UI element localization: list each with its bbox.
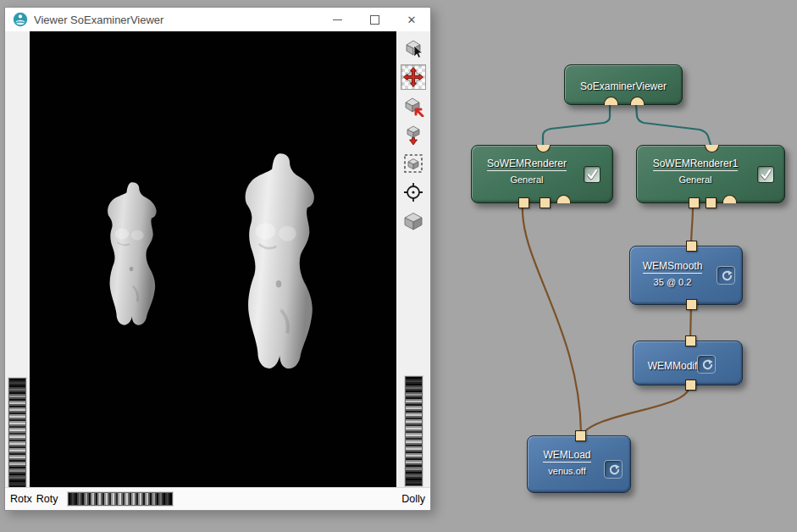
- connector-viewer-input-1[interactable]: [604, 97, 618, 105]
- connector-load-output[interactable]: [575, 430, 586, 441]
- node-wemload[interactable]: WEMLoad venus.off: [527, 435, 631, 493]
- node-soexaminerviewer[interactable]: SoExaminerViewer: [564, 64, 683, 105]
- node-title: WEMLoad: [543, 449, 590, 463]
- connector-smooth-input[interactable]: [686, 299, 697, 310]
- wire-renderer1-to-viewer[interactable]: [636, 104, 711, 147]
- connector-modify-input[interactable]: [685, 380, 696, 391]
- node-wemsmooth[interactable]: WEMSmooth 35 @ 0.2: [629, 246, 743, 305]
- connector-viewer-input-2[interactable]: [630, 97, 645, 105]
- node-enable-checkbox[interactable]: [757, 166, 774, 183]
- node-title: SoExaminerViewer: [580, 80, 667, 92]
- node-title: SoWEMRenderer1: [653, 158, 739, 171]
- node-reload-button[interactable]: [697, 355, 716, 374]
- connector-renderer1-wem-input-2[interactable]: [706, 197, 717, 208]
- reload-icon: [700, 358, 713, 371]
- connector-renderer-wem-input-2[interactable]: [540, 197, 551, 208]
- node-wemmodify[interactable]: WEMModify: [633, 341, 743, 385]
- node-subtitle: General: [640, 175, 750, 185]
- node-sowemrenderer1[interactable]: SoWEMRenderer1 General: [636, 145, 785, 203]
- node-subtitle: General: [475, 175, 578, 185]
- connector-renderer1-wem-input[interactable]: [689, 197, 700, 208]
- connector-renderer-scene-input[interactable]: [556, 195, 571, 203]
- node-title: WEMSmooth: [643, 260, 703, 274]
- node-subtitle: 35 @ 0.2: [632, 277, 713, 287]
- check-icon: [585, 168, 599, 181]
- wire-renderer-to-viewer[interactable]: [543, 104, 610, 147]
- node-enable-checkbox[interactable]: [584, 166, 601, 183]
- connector-renderer1-output[interactable]: [705, 145, 719, 152]
- connector-smooth-output[interactable]: [686, 241, 697, 252]
- node-reload-button[interactable]: [717, 266, 735, 285]
- check-icon: [759, 168, 772, 181]
- reload-icon: [720, 269, 733, 282]
- node-reload-button[interactable]: [604, 460, 623, 479]
- connector-renderer1-scene-input[interactable]: [722, 195, 737, 203]
- wire-load-to-modify[interactable]: [581, 386, 689, 436]
- node-title: SoWEMRenderer: [487, 158, 567, 171]
- connector-modify-output[interactable]: [685, 335, 696, 346]
- node-subtitle: venus.off: [529, 466, 605, 476]
- node-sowemrenderer[interactable]: SoWEMRenderer General: [471, 145, 613, 203]
- reload-icon: [607, 463, 620, 476]
- connector-renderer-output[interactable]: [536, 145, 551, 152]
- connector-renderer-wem-input[interactable]: [518, 197, 529, 208]
- node-title: WEMModify: [648, 360, 703, 372]
- wire-load-to-renderer[interactable]: [523, 206, 581, 436]
